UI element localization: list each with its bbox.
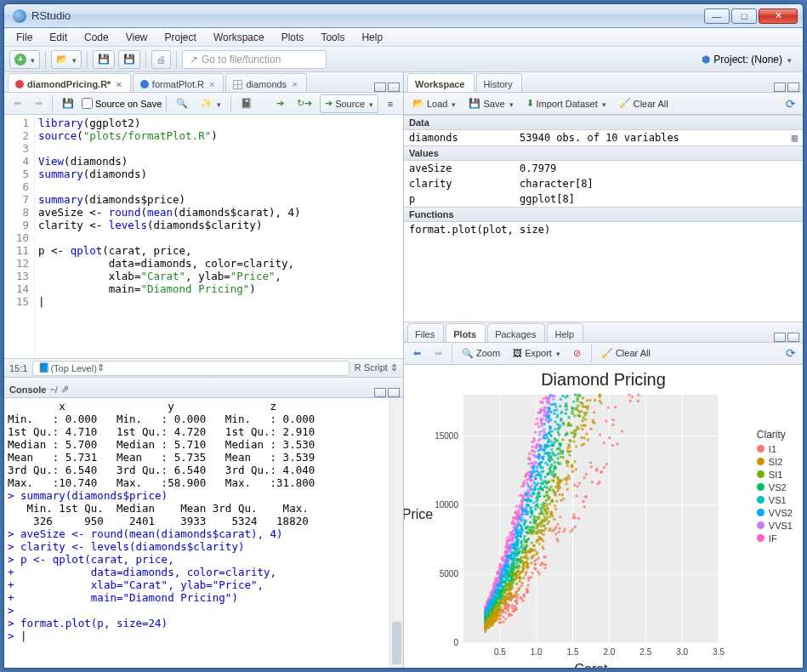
tab-packages[interactable]: Packages	[487, 323, 545, 342]
save-all-button[interactable]: 💾	[118, 50, 140, 69]
menu-plots[interactable]: Plots	[275, 30, 311, 45]
svg-point-1197	[536, 504, 538, 506]
svg-point-1785	[559, 487, 561, 489]
close-icon[interactable]: ×	[116, 79, 121, 89]
svg-point-1165	[559, 444, 561, 447]
svg-point-814	[534, 484, 537, 487]
tab-diamondpricing[interactable]: diamondPricing.R* ×	[8, 73, 131, 92]
import-dataset-button[interactable]: ⬇ Import Dataset	[521, 94, 611, 113]
clear-workspace-button[interactable]: 🧹 Clear All	[614, 94, 673, 113]
clear-plots-button[interactable]: 🧹 Clear All	[596, 344, 656, 362]
remove-plot-button[interactable]: ⊘	[568, 344, 587, 362]
svg-point-1930	[573, 483, 576, 486]
wand-button[interactable]: ✨	[196, 94, 226, 113]
svg-point-1920	[541, 561, 543, 564]
menu-help[interactable]: Help	[355, 30, 389, 45]
minimize-pane-icon[interactable]	[374, 83, 386, 92]
menu-code[interactable]: Code	[77, 30, 116, 45]
svg-point-687	[497, 583, 499, 585]
menu-view[interactable]: View	[119, 30, 155, 45]
svg-point-1813	[524, 572, 526, 575]
tab-formatplot[interactable]: formatPlot.R ×	[133, 73, 224, 92]
save-button[interactable]: 💾	[93, 50, 115, 69]
zoom-plot-button[interactable]: 🔍 Zoom	[457, 344, 505, 362]
code-content[interactable]: library(ggplot2) source("plots/formatPlo…	[35, 115, 403, 358]
svg-point-922	[515, 542, 518, 544]
refresh-icon[interactable]: ⟳	[782, 97, 799, 111]
ws-item-avesize[interactable]: aveSize0.7979	[404, 161, 803, 176]
run-line-button[interactable]: ➔	[270, 94, 289, 113]
chart-title: Diamond Pricing	[404, 365, 803, 390]
print-button[interactable]: 🖨	[151, 50, 171, 69]
view-data-icon[interactable]: ▦	[792, 132, 798, 144]
svg-point-1633	[558, 493, 560, 495]
menu-project[interactable]: Project	[158, 30, 203, 45]
code-editor[interactable]: 1 2 3 4 5 6 7 8 9 10 11 12 13 14 15 libr…	[4, 115, 403, 358]
save-source-button[interactable]: 💾	[57, 94, 79, 113]
find-button[interactable]: 🔍	[171, 94, 193, 113]
outline-button[interactable]: ≡	[381, 94, 400, 113]
svg-point-1190	[534, 508, 537, 510]
svg-point-1699	[518, 579, 520, 582]
minimize-pane-icon[interactable]	[374, 388, 386, 397]
svg-point-318	[541, 424, 543, 427]
maximize-pane-icon[interactable]	[787, 333, 799, 342]
ws-item-p[interactable]: pggplot[8]	[404, 191, 803, 207]
source-on-save-checkbox[interactable]: Source on Save	[82, 98, 162, 109]
svg-point-685	[501, 569, 503, 572]
minimize-pane-icon[interactable]	[774, 333, 786, 342]
titlebar[interactable]: RStudio — □ ✕	[4, 4, 803, 28]
goto-file-input[interactable]: ↗ Go to file/function	[182, 50, 327, 69]
menu-file[interactable]: File	[9, 30, 39, 45]
svg-point-924	[520, 545, 522, 548]
source-button[interactable]: ➔ Source	[320, 94, 378, 113]
console-scrollbar[interactable]	[389, 398, 403, 668]
maximize-pane-icon[interactable]	[388, 388, 400, 397]
maximize-button[interactable]: □	[731, 9, 757, 24]
scope-selector[interactable]: 📘 (Top Level) ⇕	[32, 361, 349, 376]
menu-edit[interactable]: Edit	[43, 30, 74, 45]
console-tab[interactable]: Console ~/ ⇗	[8, 379, 77, 397]
forward-button[interactable]: ➡	[29, 94, 48, 113]
tab-diamonds-data[interactable]: diamonds ×	[225, 73, 306, 92]
close-button[interactable]: ✕	[759, 9, 798, 24]
export-plot-button[interactable]: 🖼 Export	[508, 344, 565, 362]
tab-files[interactable]: Files	[407, 323, 444, 342]
tab-history[interactable]: History	[476, 73, 522, 92]
next-plot-button[interactable]: ➡	[429, 344, 447, 362]
refresh-icon[interactable]: ⟳	[782, 346, 799, 360]
project-selector[interactable]: ⬢ Project: (None)	[696, 51, 798, 68]
ws-item-clarity[interactable]: claritycharacter[8]	[404, 176, 803, 191]
tab-help[interactable]: Help	[547, 323, 583, 342]
console[interactable]: x y z Min. : 0.000 Min. : 0.000 Min. : 0…	[4, 398, 403, 668]
tab-workspace[interactable]: Workspace	[407, 73, 475, 92]
tab-plots[interactable]: Plots	[446, 323, 486, 342]
ws-item-diamonds[interactable]: diamonds53940 obs. of 10 variables▦	[404, 130, 803, 145]
back-button[interactable]: ⬅	[8, 94, 26, 113]
menu-tools[interactable]: Tools	[314, 30, 351, 45]
prev-plot-button[interactable]: ⬅	[407, 344, 426, 362]
close-icon[interactable]: ×	[292, 79, 297, 89]
maximize-pane-icon[interactable]	[787, 83, 799, 92]
minimize-button[interactable]: —	[704, 9, 730, 24]
language-selector[interactable]: R Script ⇕	[355, 362, 398, 373]
load-workspace-button[interactable]: 📂 Load	[407, 94, 461, 113]
svg-point-1909	[526, 587, 528, 589]
maximize-pane-icon[interactable]	[388, 83, 400, 92]
menu-workspace[interactable]: Workspace	[207, 30, 271, 45]
ws-item-formatplot[interactable]: format.plot(plot, size)	[404, 222, 803, 237]
rerun-button[interactable]: ↻➔	[292, 94, 317, 113]
svg-point-753	[532, 467, 535, 470]
notebook-button[interactable]: 📓	[236, 94, 258, 113]
open-file-button[interactable]: 📂	[51, 50, 82, 69]
svg-point-1667	[518, 587, 520, 589]
svg-point-1788	[493, 614, 496, 617]
close-icon[interactable]: ×	[209, 79, 214, 89]
svg-point-1750	[586, 399, 588, 401]
save-workspace-button[interactable]: 💾 Save	[463, 94, 518, 113]
plot-canvas: Diamond Pricing 0.51.01.52.02.53.03.5050…	[404, 365, 803, 668]
svg-point-1494	[540, 512, 543, 515]
new-file-button[interactable]: +	[9, 50, 40, 69]
minimize-pane-icon[interactable]	[774, 83, 786, 92]
svg-point-1500	[511, 570, 514, 572]
